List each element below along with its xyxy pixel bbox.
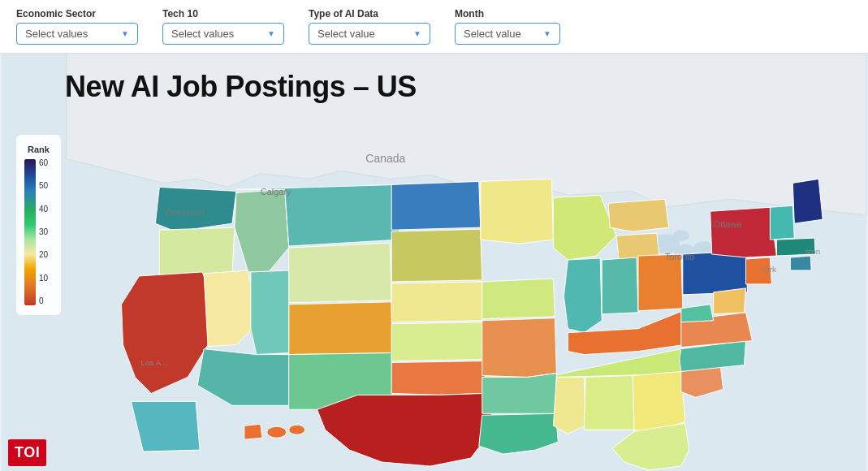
legend-value-0: 0	[39, 297, 48, 305]
svg-text:Toronto: Toronto	[665, 252, 694, 261]
svg-text:York: York	[760, 265, 776, 274]
svg-text:...ston: ...ston	[798, 247, 820, 256]
svg-text:Ottawa: Ottawa	[714, 219, 743, 229]
filter-group-economic-sector: Economic Sector Select values ▼	[16, 8, 138, 45]
filter-value-ai-data: Select value	[317, 28, 375, 40]
filter-value-economic-sector: Select values	[25, 28, 88, 40]
legend-labels: 60 50 40 30 20 10 0	[39, 159, 48, 305]
filter-select-month[interactable]: Select value ▼	[455, 23, 560, 45]
legend-value-10: 10	[39, 274, 48, 283]
legend-value-50: 50	[39, 182, 48, 190]
svg-point-7	[289, 425, 305, 434]
map-container: Canada Calgary Vancouver Ottawa Toronto …	[0, 54, 868, 471]
filter-label-economic-sector: Economic Sector	[16, 8, 138, 19]
filter-select-economic-sector[interactable]: Select values ▼	[16, 23, 138, 45]
filter-group-month: Month Select value ▼	[455, 8, 560, 45]
legend-title: Rank	[24, 145, 53, 154]
legend-value-60: 60	[39, 159, 48, 167]
filter-label-ai-data: Type of AI Data	[309, 8, 430, 19]
filter-select-ai-data[interactable]: Select value ▼	[309, 23, 430, 45]
legend-value-20: 20	[39, 251, 48, 259]
filter-label-month: Month	[455, 8, 560, 19]
svg-text:Canada: Canada	[365, 152, 405, 165]
filter-group-ai-data: Type of AI Data Select value ▼	[309, 8, 430, 45]
rank-legend: Rank 60 50 40 30 20 10 0	[16, 135, 61, 315]
chevron-down-icon: ▼	[121, 29, 129, 38]
map-title: New AI Job Postings – US	[65, 70, 417, 104]
filter-value-month: Select value	[464, 28, 521, 40]
filter-label-tech10: Tech 10	[162, 8, 284, 19]
filter-value-tech10: Select values	[171, 28, 234, 40]
legend-value-30: 30	[39, 228, 48, 236]
svg-point-4	[694, 241, 714, 254]
svg-text:Los A...: Los A...	[140, 358, 167, 367]
filter-bar: Economic Sector Select values ▼ Tech 10 …	[0, 0, 868, 54]
legend-bar-container: 60 50 40 30 20 10 0	[24, 159, 53, 305]
chevron-down-icon: ▼	[267, 29, 275, 38]
svg-point-3	[673, 230, 689, 241]
legend-value-40: 40	[39, 205, 48, 214]
svg-point-6	[267, 426, 287, 438]
chevron-down-icon: ▼	[543, 29, 551, 38]
svg-text:Vancouver: Vancouver	[163, 207, 205, 217]
chevron-down-icon: ▼	[413, 29, 421, 38]
toi-badge: TOI	[8, 439, 46, 466]
legend-color-bar	[24, 159, 36, 305]
filter-select-tech10[interactable]: Select values ▼	[162, 23, 284, 45]
filter-group-tech10: Tech 10 Select values ▼	[162, 8, 284, 45]
svg-text:Calgary: Calgary	[261, 187, 291, 197]
